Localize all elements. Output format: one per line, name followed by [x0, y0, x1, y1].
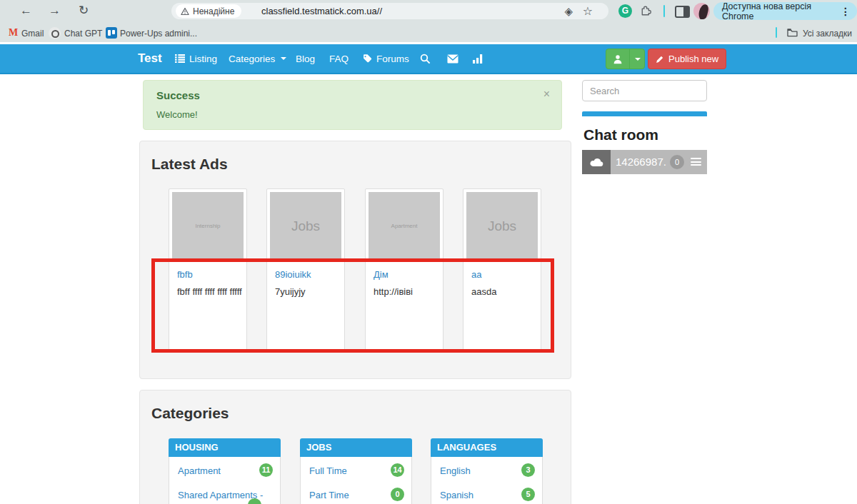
bookmarks-divider: [776, 27, 777, 38]
chat-menu-icon[interactable]: [691, 158, 701, 168]
brand-link[interactable]: Test: [138, 44, 162, 73]
category-link[interactable]: Part Time: [309, 490, 349, 500]
publish-new-button[interactable]: Publish new: [648, 49, 726, 69]
nav-faq[interactable]: FAQ: [329, 44, 349, 73]
ad-placeholder-label: Jobs: [488, 192, 516, 260]
profile-avatar[interactable]: [693, 3, 710, 19]
chat-room-name: 14266987...: [616, 150, 667, 174]
ad-image-placeholder[interactable]: Jobs: [270, 192, 341, 260]
url-text[interactable]: classfield.testmatick.com.ua//: [261, 3, 382, 19]
nav-blog[interactable]: Blog: [296, 44, 315, 73]
nav-listing[interactable]: Listing: [175, 44, 217, 73]
bookmark-chatgpt[interactable]: Chat GPT: [64, 29, 102, 39]
chevron-down-icon: [281, 57, 286, 60]
publish-new-label: Publish new: [668, 54, 718, 64]
category-group-jobs: JOBS Full Time 14 Part Time 0: [300, 438, 412, 504]
user-dropdown-toggle[interactable]: [630, 49, 644, 69]
nav-search-button[interactable]: [420, 44, 431, 73]
chat-room-title: Chat room: [583, 126, 658, 143]
nav-messages-button[interactable]: [447, 44, 458, 73]
bookmark-powerups[interactable]: Power-Ups admini...: [120, 29, 197, 39]
ad-image-placeholder[interactable]: Jobs: [466, 192, 538, 260]
chat-cloud-iconbox: [582, 150, 611, 174]
chat-unread-badge: 0: [670, 155, 684, 169]
mail-icon: [447, 54, 458, 64]
annotation-red-rectangle: [151, 258, 554, 353]
ad-placeholder-label: Jobs: [291, 192, 320, 260]
category-header[interactable]: JOBS: [300, 438, 412, 457]
grammarly-extension-icon[interactable]: G: [618, 4, 632, 18]
category-body: Full Time 14 Part Time 0: [300, 457, 412, 504]
bookmark-star-icon[interactable]: ☆: [583, 4, 593, 18]
chat-room-bar[interactable]: 14266987... 0: [582, 150, 707, 174]
nav-blog-label: Blog: [296, 54, 315, 64]
warning-icon: [181, 7, 189, 16]
side-panel-icon[interactable]: [675, 6, 690, 18]
all-bookmarks-button[interactable]: Усі закладки: [803, 29, 852, 39]
nav-categories-dropdown[interactable]: Categories: [229, 44, 286, 73]
categories-panel: Categories HOUSING Apartment 11 Shared A…: [139, 390, 571, 504]
list-icon: [175, 54, 185, 63]
category-header[interactable]: HOUSING: [169, 438, 281, 457]
bookmark-gmail[interactable]: Gmail: [21, 29, 44, 39]
browser-toolbar: ← → ↻ Ненадійне classfield.testmatick.co…: [0, 0, 857, 42]
category-body: English 3 Spanish 5: [431, 457, 543, 504]
latest-ads-title: Latest Ads: [151, 156, 228, 173]
person-icon: [613, 54, 623, 64]
nav-faq-label: FAQ: [329, 54, 349, 64]
count-badge: 0: [391, 488, 404, 501]
nav-forums-label: Forums: [376, 54, 409, 64]
site-navbar: Test Listing Categories Blog FAQ: [0, 44, 857, 74]
nav-forums[interactable]: Forums: [362, 44, 409, 73]
ad-image-placeholder[interactable]: Apartment: [369, 192, 440, 260]
ad-image-placeholder[interactable]: Internship: [172, 192, 244, 260]
category-link[interactable]: Apartment: [178, 465, 221, 476]
nav-stats-button[interactable]: [473, 44, 483, 73]
count-badge: 5: [521, 488, 535, 501]
folder-icon: [787, 28, 798, 37]
chat-panel-topbar: [582, 111, 707, 116]
extensions-puzzle-icon[interactable]: [640, 4, 653, 18]
powerups-favicon: [106, 27, 117, 39]
categories-title: Categories: [151, 405, 229, 422]
reload-button[interactable]: ↻: [79, 3, 89, 19]
security-chip-label: Ненадійне: [193, 6, 234, 16]
security-chip[interactable]: Ненадійне: [176, 4, 241, 18]
category-group-housing: HOUSING Apartment 11 Shared Apartments -…: [169, 438, 281, 504]
tag-icon: [362, 54, 372, 64]
toolbar-divider: [663, 5, 665, 17]
category-body: Apartment 11 Shared Apartments - R: [169, 457, 281, 504]
forward-button[interactable]: →: [49, 3, 61, 19]
category-link[interactable]: Full Time: [309, 465, 347, 476]
alert-title: Success: [156, 89, 200, 101]
search-icon: [420, 54, 431, 64]
saved-passwords-icon[interactable]: ◈: [564, 5, 573, 18]
chrome-update-chip[interactable]: Доступна нова версія Chrome ⋮: [713, 2, 857, 20]
category-header[interactable]: LANGUAGES: [431, 438, 543, 457]
chevron-down-icon: [635, 58, 641, 61]
cloud-chat-icon: [589, 157, 603, 167]
alert-close-button[interactable]: ×: [543, 88, 550, 101]
bar-chart-icon: [473, 54, 483, 64]
gmail-favicon: M: [9, 27, 18, 39]
category-row: Full Time 14: [309, 464, 404, 478]
category-row: English 3: [440, 464, 535, 478]
browser-window: ← → ↻ Ненадійне classfield.testmatick.co…: [0, 0, 857, 504]
nav-listing-label: Listing: [189, 54, 217, 64]
category-link[interactable]: English: [440, 465, 471, 476]
search-input[interactable]: [582, 80, 707, 101]
ad-placeholder-label: Apartment: [391, 192, 418, 260]
chatgpt-favicon: [49, 27, 61, 39]
address-bar[interactable]: Ненадійне classfield.testmatick.com.ua//…: [171, 3, 608, 19]
count-badge: 14: [391, 463, 404, 477]
category-group-languages: LANGUAGES English 3 Spanish 5: [431, 438, 543, 504]
count-badge: 11: [259, 463, 273, 477]
alert-message: Welcome!: [156, 109, 198, 120]
success-alert: Success Welcome! ×: [143, 80, 562, 130]
nav-categories-label: Categories: [229, 54, 275, 64]
back-button[interactable]: ←: [20, 3, 32, 19]
browser-menu-icon[interactable]: ⋮: [841, 6, 851, 17]
user-menu-split-button[interactable]: [606, 49, 645, 69]
user-button[interactable]: [606, 49, 630, 69]
category-link[interactable]: Spanish: [440, 490, 473, 500]
